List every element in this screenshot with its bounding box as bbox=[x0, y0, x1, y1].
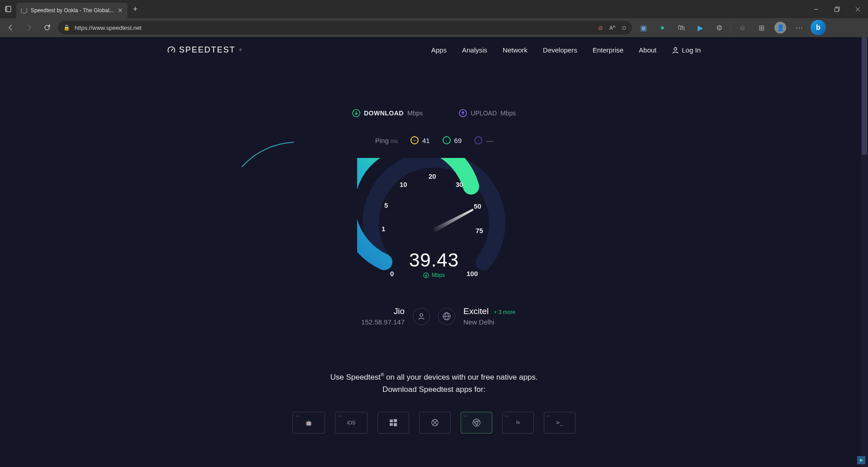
nav-about[interactable]: About bbox=[639, 46, 656, 54]
browser-tab[interactable]: Speedtest by Ookla - The Global... ✕ bbox=[16, 3, 127, 18]
download-label: DOWNLOAD bbox=[364, 110, 404, 117]
profile-button[interactable]: 👤 bbox=[773, 20, 788, 35]
tick-5: 5 bbox=[384, 201, 388, 209]
page-content: SPEEDTEST ® Apps Analysis Network Develo… bbox=[0, 37, 868, 467]
user-icon bbox=[672, 47, 679, 54]
download-metric: DOWNLOAD Mbps bbox=[352, 109, 423, 117]
speed-gauge: 0 1 5 10 20 30 50 75 100 39.43 Mbps bbox=[357, 158, 511, 294]
download-icon bbox=[352, 109, 360, 117]
upload-unit: Mbps bbox=[500, 110, 516, 117]
login-link[interactable]: Log In bbox=[672, 46, 701, 54]
svg-rect-4 bbox=[835, 8, 838, 11]
promo-line1: Use Speedtest® on all your devices with … bbox=[163, 371, 705, 383]
server-icon[interactable] bbox=[438, 308, 455, 325]
app-android[interactable]: ⋯🤖 bbox=[292, 412, 325, 434]
nav-apps[interactable]: Apps bbox=[431, 46, 447, 54]
server-info: Excitel + 3 more New Delhi bbox=[463, 306, 563, 326]
tick-75: 75 bbox=[476, 227, 483, 234]
adblock-icon[interactable]: ⊘ bbox=[598, 24, 603, 31]
video-icon[interactable]: ▶ bbox=[693, 20, 708, 35]
collections-button[interactable]: ⊞ bbox=[754, 20, 769, 35]
brand-text: SPEEDTEST bbox=[179, 45, 236, 55]
favorites-button[interactable]: ☆ bbox=[735, 20, 750, 35]
ping-unit: ms bbox=[391, 138, 398, 144]
nav-enterprise[interactable]: Enterprise bbox=[593, 46, 623, 54]
app-appletv[interactable]: ⋯tv bbox=[502, 412, 534, 434]
ping-download: ↓ 69 bbox=[443, 136, 462, 144]
speedtest-logo[interactable]: SPEEDTEST ® bbox=[167, 45, 243, 55]
ping-upload-value: — bbox=[486, 137, 493, 144]
titlebar: Speedtest by Ookla - The Global... ✕ + bbox=[0, 0, 868, 18]
client-info: Jio 152.58.97.147 bbox=[305, 306, 405, 326]
login-label: Log In bbox=[682, 46, 701, 54]
refresh-button[interactable] bbox=[40, 20, 54, 35]
app-cli[interactable]: ⋯>_ bbox=[544, 412, 576, 434]
svg-rect-20 bbox=[394, 423, 397, 426]
window-controls bbox=[806, 0, 868, 18]
server-name-row: Excitel + 3 more bbox=[463, 306, 563, 316]
tab-title: Speedtest by Ookla - The Global... bbox=[31, 7, 114, 14]
gauge-download-icon bbox=[423, 272, 429, 278]
tab-actions-button[interactable] bbox=[0, 0, 16, 18]
grammarly-icon[interactable]: ● bbox=[655, 20, 670, 35]
text-size-icon[interactable]: AA bbox=[609, 24, 615, 31]
ios-label: iOS bbox=[347, 419, 355, 427]
scrollbar-thumb[interactable] bbox=[862, 37, 867, 155]
ping-idle: ~ 41 bbox=[410, 136, 430, 144]
lock-icon: 🔒 bbox=[63, 24, 70, 31]
upload-label: UPLOAD bbox=[471, 110, 497, 117]
app-mac[interactable] bbox=[419, 412, 451, 434]
download-unit: Mbps bbox=[407, 110, 423, 117]
server-more-link[interactable]: + 3 more bbox=[494, 309, 515, 315]
svg-line-7 bbox=[171, 49, 173, 51]
tick-20: 20 bbox=[429, 172, 436, 180]
connection-row: Jio 152.58.97.147 Excitel + 3 more New D… bbox=[163, 306, 705, 326]
tab-close-button[interactable]: ✕ bbox=[118, 7, 123, 14]
extensions-button[interactable]: ⚙ bbox=[712, 20, 727, 35]
new-tab-button[interactable]: + bbox=[127, 5, 143, 14]
gauge-logo-icon bbox=[167, 46, 175, 54]
address-bar[interactable]: 🔒 https://www.speedtest.net ⊘ AA ✩ bbox=[58, 21, 632, 34]
forward-button[interactable] bbox=[22, 20, 36, 35]
extension-icon[interactable]: ▣ bbox=[636, 20, 651, 35]
server-name: Excitel bbox=[463, 306, 489, 316]
minimize-button[interactable] bbox=[806, 0, 826, 18]
app-windows[interactable] bbox=[377, 412, 409, 434]
svg-point-13 bbox=[420, 313, 423, 316]
client-icon[interactable] bbox=[413, 308, 430, 325]
svg-rect-1 bbox=[5, 6, 7, 12]
scrollbar[interactable] bbox=[861, 37, 868, 467]
promo-line1-pre: Use Speedtest bbox=[330, 373, 381, 381]
nav-developers[interactable]: Developers bbox=[543, 46, 577, 54]
url-text: https://www.speedtest.net bbox=[75, 24, 142, 31]
tick-30: 30 bbox=[456, 181, 463, 188]
maximize-button[interactable] bbox=[826, 0, 847, 18]
tab-favicon bbox=[21, 7, 27, 14]
gauge-unit-row: Mbps bbox=[357, 272, 511, 278]
server-location: New Delhi bbox=[463, 318, 563, 326]
menu-button[interactable]: ⋯ bbox=[792, 20, 807, 35]
svg-point-8 bbox=[674, 48, 677, 50]
main-nav: Apps Analysis Network Developers Enterpr… bbox=[431, 46, 701, 54]
svg-marker-29 bbox=[860, 458, 863, 462]
ping-download-icon: ↓ bbox=[443, 136, 451, 144]
tick-50: 50 bbox=[474, 202, 481, 210]
result-metrics: DOWNLOAD Mbps UPLOAD Mbps bbox=[163, 109, 705, 117]
favorite-icon[interactable]: ✩ bbox=[622, 24, 627, 31]
nav-network[interactable]: Network bbox=[503, 46, 528, 54]
gauge-value: 39.43 bbox=[357, 249, 511, 271]
close-button[interactable] bbox=[847, 0, 868, 18]
ad-badge[interactable] bbox=[857, 456, 865, 464]
browser-navbar: 🔒 https://www.speedtest.net ⊘ AA ✩ ▣ ● 🛍… bbox=[0, 18, 868, 37]
app-chrome[interactable]: ⋯ bbox=[461, 412, 492, 434]
shopping-icon[interactable]: 🛍 bbox=[674, 20, 689, 35]
ping-idle-value: 41 bbox=[422, 137, 430, 144]
nav-analysis[interactable]: Analysis bbox=[462, 46, 487, 54]
app-ios[interactable]: ⋯iOS bbox=[335, 412, 368, 434]
bing-button[interactable]: b bbox=[811, 20, 826, 35]
ping-idle-icon: ~ bbox=[410, 136, 419, 144]
address-bar-actions: ⊘ AA ✩ bbox=[598, 24, 627, 31]
back-button[interactable] bbox=[4, 20, 18, 35]
promo-line2: Download Speedtest apps for: bbox=[163, 383, 705, 396]
upload-icon bbox=[459, 109, 467, 117]
